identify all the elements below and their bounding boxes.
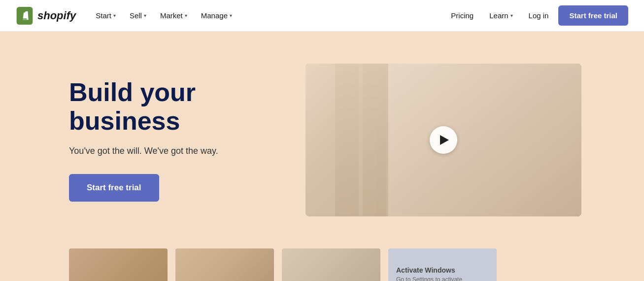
nav-start-trial-button[interactable]: Start free trial	[558, 5, 628, 26]
market-chevron-icon: ▾	[185, 13, 187, 18]
activate-windows-banner: Activate Windows Go to Settings to activ…	[388, 248, 497, 281]
learn-chevron-icon: ▾	[510, 13, 513, 18]
hero-section: Build your business You've got the will.…	[0, 32, 644, 248]
nav-sell[interactable]: Sell ▾	[124, 7, 152, 24]
nav-start[interactable]: Start ▾	[90, 7, 122, 24]
nav-manage[interactable]: Manage ▾	[195, 7, 238, 24]
video-person-area	[388, 64, 581, 216]
play-triangle-icon	[440, 135, 449, 145]
manage-chevron-icon: ▾	[230, 13, 232, 18]
nav-left: Start ▾ Sell ▾ Market ▾ Manage ▾	[90, 7, 445, 24]
start-chevron-icon: ▾	[113, 13, 116, 18]
thumbnail-2[interactable]	[175, 248, 274, 281]
video-thumbnail[interactable]	[305, 64, 581, 216]
nav-market[interactable]: Market ▾	[154, 7, 193, 24]
nav-login[interactable]: Log in	[523, 7, 555, 24]
hero-start-trial-button[interactable]: Start free trial	[69, 174, 159, 202]
nav-pricing[interactable]: Pricing	[445, 7, 479, 24]
brand-name: shopify	[37, 9, 76, 22]
thumbnail-3[interactable]	[282, 248, 380, 281]
hero-content: Build your business You've got the will.…	[69, 78, 276, 201]
svg-rect-1	[22, 18, 27, 19]
play-button[interactable]	[430, 126, 457, 154]
shopify-logo-icon	[16, 7, 34, 25]
thumbnail-1[interactable]	[69, 248, 168, 281]
hero-title: Build your business	[69, 78, 276, 135]
nav-right: Pricing Learn ▾ Log in Start free trial	[445, 5, 628, 26]
navbar: shopify Start ▾ Sell ▾ Market ▾ Manage ▾…	[0, 0, 644, 32]
logo-link[interactable]: shopify	[16, 7, 76, 25]
hero-subtitle: You've got the will. We've got the way.	[69, 146, 276, 156]
activate-title: Activate Windows	[396, 266, 489, 274]
sell-chevron-icon: ▾	[144, 13, 146, 18]
hero-video-area	[305, 64, 614, 216]
thumbnails-row: Activate Windows Go to Settings to activ…	[0, 248, 644, 281]
nav-learn[interactable]: Learn ▾	[483, 7, 518, 24]
activate-subtitle: Go to Settings to activate Windows.	[396, 276, 489, 281]
